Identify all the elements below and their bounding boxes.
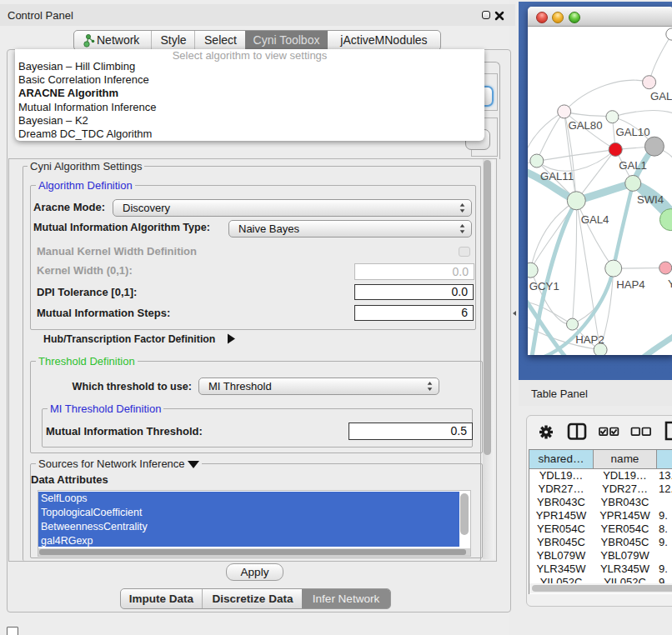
svg-text:GCY1: GCY1 (529, 280, 559, 292)
svg-text:GAL10: GAL10 (615, 126, 649, 138)
svg-text:HAP4: HAP4 (616, 278, 644, 291)
svg-text:HAP2: HAP2 (575, 333, 604, 346)
svg-text:GAL4: GAL4 (581, 213, 609, 226)
svg-text:GAL11: GAL11 (540, 170, 574, 182)
svg-text:Y: Y (668, 278, 672, 290)
svg-text:GAL80: GAL80 (568, 119, 602, 132)
svg-text:SWI4: SWI4 (637, 193, 664, 206)
svg-text:GAL1: GAL1 (619, 159, 647, 172)
svg-text:GAL: GAL (650, 90, 672, 102)
